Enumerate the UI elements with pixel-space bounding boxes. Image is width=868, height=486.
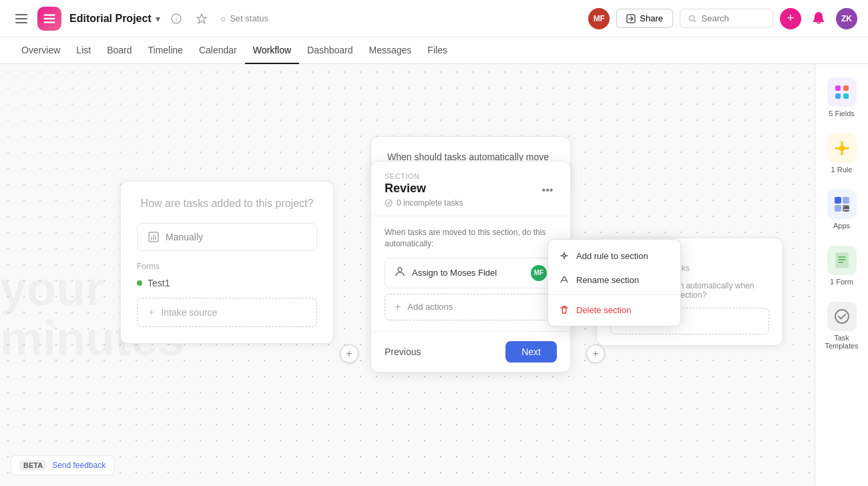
rename-label: Rename section (576, 275, 639, 285)
svg-text:i: i (176, 15, 177, 23)
add-button[interactable]: + (780, 8, 801, 29)
sidebar-item-apps[interactable]: ••• Apps (819, 184, 865, 235)
send-feedback-link[interactable]: Send feedback (52, 461, 105, 470)
apps-label: Apps (833, 222, 850, 230)
tab-workflow[interactable]: Workflow (245, 37, 299, 64)
forms-label: Forms (137, 262, 317, 271)
add-actions-label: Add actions (407, 302, 453, 312)
fields-icon (827, 77, 857, 107)
svg-rect-15 (835, 197, 841, 204)
dropdown-divider (548, 294, 680, 295)
notification-icon[interactable] (808, 8, 829, 29)
review-card-body: When tasks are moved to this section, do… (371, 216, 570, 331)
task-templates-label: Task Templates (825, 334, 859, 350)
project-chevron-icon[interactable]: ▾ (156, 13, 160, 24)
sidebar-item-rules[interactable]: 1 Rule (819, 128, 865, 179)
section-label: Section (385, 172, 463, 180)
tab-list[interactable]: List (68, 37, 99, 64)
task-templates-icon (827, 302, 857, 331)
main-area: your minutes How are tasks added to this… (0, 64, 868, 486)
tab-board[interactable]: Board (99, 37, 140, 64)
apps-icon: ••• (827, 190, 857, 219)
project-title[interactable]: Editorial Project (69, 13, 152, 25)
tab-calendar[interactable]: Calendar (191, 37, 245, 64)
review-header-left: Section Review 0 incomplete tasks (385, 172, 463, 208)
svg-marker-2 (197, 14, 206, 23)
svg-point-8 (563, 254, 566, 257)
incomplete-tasks-count: 0 incomplete tasks (385, 198, 463, 208)
review-card-header: Section Review 0 incomplete tasks ••• (371, 162, 570, 216)
review-card: Section Review 0 incomplete tasks ••• Wh… (371, 161, 571, 373)
tab-messages[interactable]: Messages (361, 37, 420, 64)
project-title-area: Editorial Project ▾ i Set status (69, 9, 268, 28)
svg-rect-13 (843, 93, 849, 99)
workflow-canvas: your minutes How are tasks added to this… (0, 64, 815, 486)
assign-action-item[interactable]: Assign to Moses Fidel MF (385, 258, 557, 288)
beta-badge: BETA Send feedback (11, 455, 114, 475)
rule-label: 1 Rule (831, 166, 853, 174)
dropdown-rename-item[interactable]: Rename section (548, 268, 680, 292)
tab-timeline[interactable]: Timeline (140, 37, 191, 64)
intake-source-label: Intake source (161, 307, 217, 318)
topbar: Editorial Project ▾ i Set status MF Shar… (0, 0, 868, 37)
search-input[interactable] (702, 13, 765, 23)
form-status-dot (137, 280, 142, 286)
add-actions-plus-icon: + (395, 301, 401, 313)
rule-icon (827, 134, 857, 163)
user-avatar-2: ZK (836, 8, 857, 29)
set-status-button[interactable]: Set status (220, 13, 268, 24)
tab-dashboard[interactable]: Dashboard (299, 37, 361, 64)
manually-label: Manually (166, 232, 203, 242)
share-label: Share (640, 13, 663, 23)
svg-point-4 (689, 15, 694, 20)
svg-rect-11 (843, 85, 849, 91)
star-icon[interactable] (192, 9, 211, 28)
add-actions-button[interactable]: + Add actions (385, 294, 557, 320)
svg-point-22 (835, 310, 849, 323)
bg-text-your: your (0, 261, 104, 316)
share-button[interactable]: Share (616, 9, 673, 28)
intake-source-option[interactable]: + Intake source (137, 298, 317, 327)
tab-overview[interactable]: Overview (13, 37, 68, 64)
add-section-right-button[interactable]: + (586, 344, 605, 363)
app-logo (37, 7, 61, 31)
svg-text:•••: ••• (844, 207, 849, 212)
search-box[interactable] (680, 9, 773, 28)
form-item-label: Test1 (148, 278, 170, 288)
nav-tabs: Overview List Board Timeline Calendar Wo… (0, 37, 868, 64)
form-item-test1[interactable]: Test1 (137, 276, 317, 290)
hamburger-menu-button[interactable] (11, 8, 32, 29)
dropdown-add-rule-item[interactable]: Add rule to section (548, 244, 680, 268)
when-moved-label: When tasks are moved to this section, do… (385, 227, 557, 250)
sidebar-item-task-templates[interactable]: Task Templates (819, 296, 865, 355)
sidebar-item-forms[interactable]: 1 Form (819, 240, 865, 291)
dropdown-delete-item[interactable]: Delete section (548, 298, 680, 322)
svg-rect-12 (835, 93, 841, 99)
previous-button[interactable]: Previous (385, 346, 421, 357)
three-dots-button[interactable]: ••• (538, 181, 557, 200)
fields-label: 5 Fields (829, 109, 855, 117)
tab-files[interactable]: Files (419, 37, 455, 64)
svg-point-7 (398, 268, 402, 272)
add-rule-label: Add rule to section (576, 251, 648, 261)
beta-label: BETA (19, 460, 47, 471)
manually-option[interactable]: Manually (137, 223, 317, 251)
how-added-title: How are tasks added to this project? (137, 198, 317, 210)
form-label: 1 Form (830, 278, 853, 286)
info-icon[interactable]: i (167, 9, 186, 28)
svg-rect-16 (843, 197, 849, 204)
svg-rect-17 (835, 205, 841, 212)
user-avatar-1: MF (588, 8, 610, 29)
next-button[interactable]: Next (505, 341, 557, 362)
sidebar-item-fields[interactable]: 5 Fields (819, 72, 865, 123)
svg-rect-21 (836, 253, 848, 268)
review-section-title: Review (385, 182, 463, 196)
add-section-left-button[interactable]: + (340, 344, 359, 363)
svg-rect-10 (835, 85, 841, 91)
svg-point-14 (839, 146, 845, 151)
form-icon (827, 246, 857, 275)
avatar-group: MF (588, 8, 610, 29)
delete-label: Delete section (576, 305, 631, 315)
forms-section: Forms Test1 (137, 262, 317, 290)
topbar-right: MF Share + ZK (588, 8, 857, 29)
